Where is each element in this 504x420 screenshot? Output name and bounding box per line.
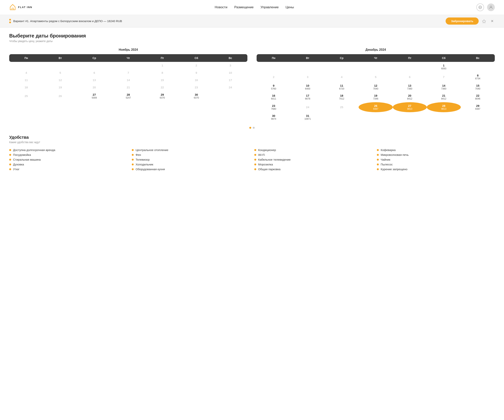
calendar-day[interactable]: 218412 <box>427 92 461 102</box>
amenity-item: Посудомойка <box>9 152 127 157</box>
calendar-day[interactable]: 13 <box>77 76 111 84</box>
calendar-day[interactable]: 24 <box>291 102 325 112</box>
amenity-item: Кабельное телевидение <box>254 157 372 162</box>
calendar-day[interactable]: 116720 <box>325 82 359 92</box>
calendar-day[interactable]: 19 <box>43 84 77 91</box>
calendar-day[interactable]: 197346 <box>359 92 393 102</box>
calendar-day[interactable]: 23 <box>179 84 213 91</box>
amenity-label: Общая парковка <box>258 168 280 171</box>
calendar-day[interactable]: 147360 <box>427 82 461 92</box>
calendar-day[interactable]: 306370 <box>179 91 213 101</box>
calendar-day[interactable]: 187012 <box>325 92 359 102</box>
calendar-day[interactable]: 166011 <box>257 92 291 102</box>
calendar-day[interactable]: 5 <box>359 72 393 82</box>
calendar-day <box>77 62 111 69</box>
carousel-dot-2[interactable] <box>253 127 255 129</box>
calendar-day[interactable]: 9 <box>179 69 213 76</box>
calendar-day[interactable]: 17 <box>213 76 247 84</box>
calendar-day[interactable]: 24 <box>213 84 247 91</box>
amenity-label: Кофеварка <box>381 148 396 152</box>
calendar-day[interactable]: 289813 <box>427 102 461 112</box>
calendar-day[interactable]: 22 <box>145 84 179 91</box>
calendar-day[interactable]: 3 <box>213 62 247 69</box>
amenities-col-0: Доступна долгосрочная арендаПосудомойкаС… <box>9 147 127 171</box>
booking-bar-info: Вариант #1. Апартаменты рядом с Белорусс… <box>9 19 122 23</box>
nav-news[interactable]: Новости <box>215 5 228 9</box>
calendar-day[interactable]: 275009 <box>77 91 111 101</box>
amenity-label: Морозилка <box>258 163 273 166</box>
amenity-label: Посудомойка <box>13 153 31 156</box>
calendar-day[interactable]: 1 <box>145 62 179 69</box>
calendar-day[interactable]: 228046 <box>461 92 495 102</box>
amenity-label: Чайник <box>381 158 390 161</box>
calendar-day[interactable]: 14 <box>111 76 145 84</box>
calendar-day[interactable]: 127040 <box>359 82 393 92</box>
calendar-day[interactable]: 8 <box>145 69 179 76</box>
amenity-dot <box>132 159 134 161</box>
calendar-day[interactable]: 11 <box>9 76 43 84</box>
amenity-label: Стиральная машина <box>13 158 41 161</box>
pin-icon[interactable] <box>481 18 487 24</box>
amenity-item: Центральное отопление <box>132 147 250 152</box>
calendar-day[interactable]: 12 <box>43 76 77 84</box>
calendar-day[interactable]: 7 <box>111 69 145 76</box>
calendar-day <box>325 112 359 122</box>
calendar-day[interactable]: 3110971 <box>291 112 325 122</box>
nav-icons <box>476 3 495 11</box>
calendar-day[interactable]: 20 <box>77 84 111 91</box>
amenity-label: Кабельное телевидение <box>258 158 291 161</box>
amenity-label: Wi-Fi <box>258 153 265 156</box>
calendar-day[interactable]: 137360 <box>393 82 427 92</box>
amenity-label: Пылесос <box>381 163 393 166</box>
language-button[interactable] <box>476 3 484 11</box>
calendar-day[interactable]: 2 <box>179 62 213 69</box>
calendar-day[interactable]: 285247 <box>111 91 145 101</box>
amenity-dot <box>132 149 134 151</box>
calendar-day[interactable]: 157040 <box>461 82 495 92</box>
booking-bar-actions: Забронировать ✕ <box>446 18 495 24</box>
book-button[interactable]: Забронировать <box>446 18 479 24</box>
calendar-day[interactable]: 279813 <box>393 102 427 112</box>
amenity-item: Wi-Fi <box>254 152 372 157</box>
calendar-day[interactable]: 25 <box>325 102 359 112</box>
calendar-day[interactable]: 208412 <box>393 92 427 102</box>
amenity-item: Фен <box>132 152 250 157</box>
amenity-item: Духовка <box>9 162 127 167</box>
calendar-day[interactable]: 4 <box>9 69 43 76</box>
calendar-day[interactable]: 6 <box>77 69 111 76</box>
nav-prices[interactable]: Цены <box>286 5 294 9</box>
calendar-day[interactable]: 7 <box>427 72 461 82</box>
calendar-day[interactable]: 26 <box>43 91 77 101</box>
calendar-day[interactable]: 10 <box>213 69 247 76</box>
calendar-day[interactable]: 95760 <box>257 82 291 92</box>
nav-placement[interactable]: Размещение <box>234 5 254 9</box>
calendar-day[interactable]: 15 <box>145 76 179 84</box>
calendar-day[interactable]: 4 <box>325 72 359 82</box>
carousel-dot-1[interactable] <box>249 127 251 129</box>
amenity-dot <box>9 168 11 170</box>
nav-manage[interactable]: Управление <box>260 5 279 9</box>
calendar-day <box>213 91 247 101</box>
calendar-day[interactable]: 86734 <box>461 72 495 82</box>
calendar-day[interactable]: 269387 <box>359 102 393 112</box>
calendar-day[interactable]: 309874 <box>257 112 291 122</box>
calendar-day[interactable]: 5 <box>43 69 77 76</box>
calendar-day[interactable]: 3 <box>291 72 325 82</box>
calendar-day[interactable]: 299387 <box>461 102 495 112</box>
calendar-day[interactable]: 21 <box>111 84 145 91</box>
close-icon[interactable]: ✕ <box>489 18 495 24</box>
calendar-day[interactable]: 25 <box>9 91 43 101</box>
calendar-day <box>461 62 495 72</box>
amenity-item: Микроволновая печь <box>377 152 495 157</box>
calendar-day[interactable]: 6 <box>393 72 427 82</box>
calendar-day[interactable]: 16093 <box>427 62 461 72</box>
calendar-day[interactable]: 106400 <box>291 82 325 92</box>
calendar-day[interactable]: 18 <box>9 84 43 91</box>
calendar-day[interactable]: 2 <box>257 72 291 82</box>
calendar-day[interactable]: 176678 <box>291 92 325 102</box>
calendar-day[interactable]: 16 <box>179 76 213 84</box>
calendar-day[interactable]: 237680 <box>257 102 291 112</box>
user-button[interactable] <box>487 3 495 11</box>
booking-dots <box>9 19 11 23</box>
calendar-day[interactable]: 296370 <box>145 91 179 101</box>
